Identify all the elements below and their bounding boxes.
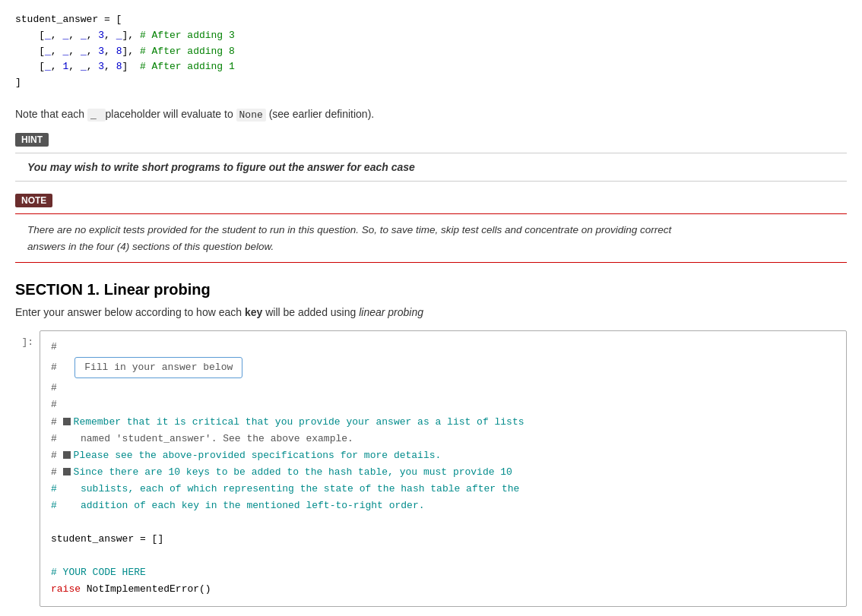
note-text-middle: placeholder will evaluate to [106,108,233,120]
note-content: There are no explicit tests provided for… [15,213,847,263]
section1-heading: SECTION 1. Linear probing [15,281,847,299]
fill-answer-box: Fill in your answer below [74,357,242,378]
cell1-wrapper: ]: # # Fill in your answer below # # # R… [15,330,847,606]
note-text-after: (see earlier definition). [269,108,375,120]
bullet3-icon [63,468,71,475]
hint-box: HINT You may wish to write short program… [15,133,847,182]
note-label: NOTE [15,194,52,207]
note-box: NOTE There are no explicit tests provide… [15,194,847,263]
top-code-block: student_answer = [ [_, _, _, 3, _], # Af… [15,8,847,96]
bullet2-icon [63,451,71,459]
underscore-code: _ [87,109,106,122]
note-line2: answers in the four (4) sections of this… [27,241,274,252]
note-text-before: Note that each [15,108,84,120]
cell1-label: ]: [15,330,40,606]
hint-content: You may wish to write short programs to … [15,153,847,182]
hint-label: HINT [15,133,49,147]
note-line: Note that each _ placeholder will evalua… [15,108,847,121]
section1-desc: Enter your answer below according to how… [15,306,847,318]
none-code: None [236,109,266,122]
linear-probing-text: linear probing [359,306,423,318]
page-container: student_answer = [ [_, _, _, 3, _], # Af… [0,0,862,616]
key-word: key [245,306,262,318]
note-line1: There are no explicit tests provided for… [27,224,671,235]
bullet1-icon [63,418,71,425]
cell1-content[interactable]: # # Fill in your answer below # # # Reme… [40,330,847,606]
